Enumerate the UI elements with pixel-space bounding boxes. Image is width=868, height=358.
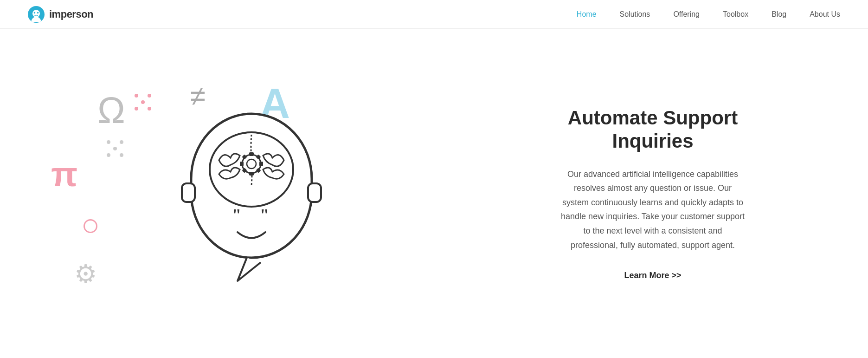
logo-icon (28, 6, 45, 23)
svg-text:": " (260, 206, 269, 224)
hero-heading: Automate Support Inquiries (493, 106, 812, 153)
nav-about[interactable]: About Us (810, 10, 840, 19)
nav-blog[interactable]: Blog (772, 10, 786, 19)
hero-body: Our advanced artificial intelligence cap… (560, 167, 746, 253)
svg-rect-6 (182, 183, 195, 202)
svg-rect-11 (249, 152, 254, 156)
main-content: Ω ≠ A π ⚙ (0, 29, 868, 358)
svg-text:": " (232, 206, 241, 224)
symbol-gear-bg: ⚙ (74, 259, 97, 289)
nav-home[interactable]: Home (577, 10, 597, 19)
main-nav: Home Solutions Offering Toolbox Blog Abo… (577, 10, 840, 19)
svg-rect-14 (259, 162, 263, 166)
svg-rect-12 (249, 172, 254, 176)
svg-point-10 (247, 159, 256, 169)
nav-solutions[interactable]: Solutions (620, 10, 650, 19)
symbol-circle (84, 219, 97, 233)
robot-illustration: " " (177, 104, 326, 301)
svg-rect-13 (240, 162, 244, 166)
symbol-pi: π (51, 154, 77, 194)
svg-point-3 (34, 12, 36, 13)
svg-point-1 (32, 10, 40, 17)
dots-pink (135, 94, 151, 111)
svg-rect-7 (308, 183, 321, 202)
svg-point-4 (37, 12, 39, 13)
nav-offering[interactable]: Offering (673, 10, 700, 19)
illustration-area: Ω ≠ A π ⚙ (28, 43, 475, 345)
learn-more-link[interactable]: Learn More >> (624, 271, 681, 280)
hero-text-area: Automate Support Inquiries Our advanced … (475, 106, 840, 280)
symbol-omega: Ω (97, 89, 125, 132)
header: imperson Home Solutions Offering Toolbox… (0, 0, 868, 29)
logo-text: imperson (49, 8, 93, 20)
logo[interactable]: imperson (28, 6, 93, 23)
dots-gray (107, 140, 123, 157)
nav-toolbox[interactable]: Toolbox (723, 10, 748, 19)
